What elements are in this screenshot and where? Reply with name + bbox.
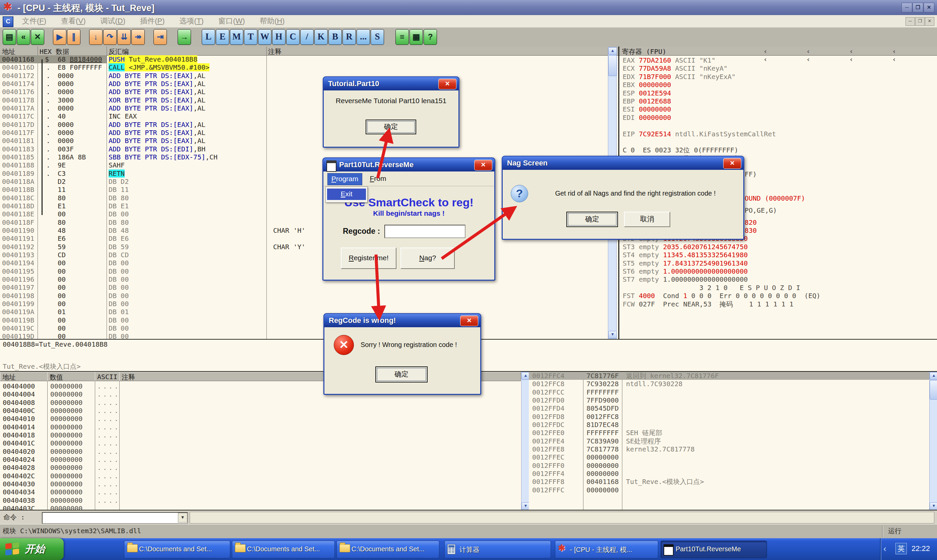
stack-row[interactable]: 0012FFE87C817778kernel32.7C817778 [529, 445, 929, 453]
disasm-row[interactable]: 0040117F.0000ADD BYTE PTR DS:[EAX],AL [0, 129, 618, 137]
dump-row[interactable]: 0040401400000000.... [0, 423, 521, 431]
taskbar-item[interactable]: 计算器 [444, 541, 551, 558]
run-trace-button[interactable]: ... [357, 29, 370, 45]
register-line[interactable]: FST 4000 Cond 1 0 0 0 Err 0 0 0 0 0 0 0 … [623, 292, 820, 300]
disasm-row[interactable]: 00401168$68 B8184000PUSH Tut_Reve.004018… [0, 55, 618, 63]
ok-button[interactable]: 确定 [375, 366, 428, 383]
tray-chevron-icon[interactable]: ‹ [883, 544, 886, 554]
disasm-row[interactable]: 00401176.0000ADD BYTE PTR DS:[EAX],AL [0, 88, 618, 96]
register-line[interactable]: EIP 7C92E514 ntdll.KiFastSystemCallRet [623, 130, 776, 138]
menu-item-f[interactable]: 文件(F) [22, 15, 46, 27]
mdi-restore-button[interactable]: ❐ [915, 17, 925, 26]
disasm-row[interactable]: 0040119B00DB 00 [0, 316, 618, 324]
register-line[interactable]: ESP 0012E594 [623, 89, 671, 97]
register-line[interactable]: C 0 ES 0023 32位 0(FFFFFFFF) [623, 146, 738, 154]
menu-item-p[interactable]: 插件(P) [140, 15, 165, 27]
disasm-row[interactable]: 00401183.003FADD BYTE PTR DS:[EDI],BH [0, 145, 618, 153]
register-line[interactable]: ESI 00000000 [623, 105, 671, 113]
taskbar-item[interactable]: Part10Tut.ReverseMe [661, 541, 767, 558]
disasm-row[interactable]: 00401172.0000ADD BYTE PTR DS:[EAX],AL [0, 72, 618, 80]
stack-row[interactable]: 0012FFF800401168Tut_Reve.<模块入口点> [529, 478, 929, 486]
dump-row[interactable]: 0040401000000000.... [0, 415, 521, 423]
register-line[interactable]: ST5 empty 17.843137254901961340 [623, 259, 747, 267]
regcode-input[interactable] [384, 225, 465, 238]
disasm-row[interactable]: 0040119500DB 00 [0, 267, 618, 275]
mdi-close-button[interactable]: ✕ [925, 17, 934, 26]
ok-button[interactable]: 确定 [566, 212, 618, 227]
stack-row[interactable]: 0012FFFC00000000 [529, 486, 929, 494]
taskbar-item[interactable]: ✱- [CPU - 主线程, 模... [555, 541, 658, 558]
disasm-row[interactable]: 0040119C00DB 00 [0, 324, 618, 332]
close-program-button[interactable]: ✕ [31, 29, 44, 45]
disasm-row[interactable]: 0040119400DB 00 [0, 259, 618, 267]
restart-button[interactable]: « [17, 29, 30, 45]
dump-row[interactable]: 0040401C00000000.... [0, 439, 521, 447]
close-icon[interactable]: ✕ [723, 158, 741, 169]
scroll-down-arrow[interactable]: ▼ [608, 331, 617, 338]
disasm-row[interactable]: 0040117C.40INC EAX [0, 112, 618, 120]
memory-map-button[interactable]: M [230, 29, 243, 45]
dump-row[interactable]: 0040402400000000.... [0, 455, 521, 463]
source-button[interactable]: S [371, 29, 384, 45]
stack-pane[interactable]: 0012FFC47C81776F返回到 kernel32.7C81776F001… [529, 372, 929, 510]
dump-row[interactable]: 0040402000000000.... [0, 448, 521, 455]
references-button[interactable]: R [342, 29, 356, 45]
stack-row[interactable]: 0012FFEC00000000 [529, 453, 929, 461]
minimize-button[interactable]: ─ [902, 3, 912, 12]
stack-scrollbar[interactable]: ▲ ▼ [929, 372, 937, 511]
register-line[interactable]: EDI 00000000 [623, 114, 671, 122]
dump-column-header[interactable]: ASCII [95, 372, 120, 381]
scroll-up-arrow[interactable]: ▲ [929, 372, 937, 380]
close-icon[interactable]: ✕ [438, 79, 456, 89]
dump-row[interactable]: 0040403000000000.... [0, 480, 521, 488]
disasm-row[interactable]: 00401178.3000XOR BYTE PTR DS:[EAX],AL [0, 96, 618, 104]
stack-row[interactable]: 0012FFD80012FFC8 [529, 412, 929, 421]
disasm-row[interactable]: 0040117A.0000ADD BYTE PTR DS:[EAX],AL [0, 104, 618, 112]
scroll-down-arrow[interactable]: ▼ [929, 502, 937, 510]
dump-row[interactable]: 0040402800000000.... [0, 463, 521, 472]
run-button[interactable]: ▶ [53, 29, 66, 45]
log-options-button[interactable]: ≡ [395, 29, 409, 45]
scroll-thumb[interactable] [929, 380, 937, 400]
disasm-row[interactable]: 0040119A01DB 01 [0, 308, 618, 316]
handles-button[interactable]: H [272, 29, 285, 45]
register-line[interactable]: ST3 empty 2035.6020761245674750 [623, 243, 747, 251]
menu-item-v[interactable]: 查看(V) [61, 15, 85, 27]
menu-item-d[interactable]: 调试(D) [100, 15, 125, 27]
stack-row[interactable]: 0012FFDC81D7EC48 [529, 421, 929, 429]
patches-button[interactable]: / [300, 29, 314, 45]
nag-button[interactable]: Nag? [401, 248, 455, 269]
nag-dialog-titlebar[interactable]: Nag Screen ✕ [502, 156, 744, 170]
wrong-dialog-titlebar[interactable]: RegCode is wrong! ✕ [324, 314, 481, 327]
register-line[interactable]: ECX 77DA59A8 ASCII "nKeyA" [623, 64, 727, 72]
dump-column-header[interactable]: 地址 [0, 372, 48, 381]
scroll-thumb[interactable] [608, 55, 617, 76]
dump-row[interactable]: 0040403C00000000.... [0, 505, 521, 510]
disasm-row[interactable]: 00401181.0000ADD BYTE PTR DS:[EAX],AL [0, 137, 618, 145]
stack-row[interactable]: 0012FFC87C930228ntdll.7C930228 [529, 380, 929, 388]
executable-modules-button[interactable]: E [216, 29, 229, 45]
trace-into-button[interactable]: ⇊ [117, 29, 131, 45]
dump-row[interactable]: 0040400800000000.... [0, 398, 521, 406]
register-line[interactable]: FCW 027F Prec NEAR,53 掩码 1 1 1 1 1 1 [623, 300, 794, 308]
trace-over-button[interactable]: ↠ [131, 29, 145, 45]
register-line[interactable]: EAX 77DA2160 ASCII "K1" [623, 56, 715, 64]
stack-row[interactable]: 0012FFC47C81776F返回到 kernel32.7C81776F [529, 372, 929, 380]
register-line[interactable]: 3 2 1 0 E S P U O Z D I [623, 284, 800, 292]
disasm-row[interactable]: 0040119259DB 59CHAR 'Y' [0, 243, 618, 251]
chevron-down-icon[interactable]: ▼ [178, 513, 187, 523]
dump-column-header[interactable]: 数值 [47, 372, 95, 381]
cancel-button[interactable]: 取消 [624, 212, 670, 227]
dump-row[interactable]: 0040403800000000.... [0, 496, 521, 505]
disasm-row[interactable]: 00401193CDDB CD [0, 251, 618, 259]
open-file-button[interactable]: ▤ [3, 29, 16, 45]
menu-item-t[interactable]: 选项(T) [179, 15, 203, 27]
disasm-row[interactable]: 0040119900DB 00 [0, 300, 618, 308]
register-line[interactable]: ST6 empty 1.0000000000000000000 [623, 267, 747, 275]
menu-from[interactable]: From [368, 173, 388, 185]
stack-row[interactable]: 0012FFE47C839A90SE处理程序 [529, 437, 929, 445]
call-stack-button[interactable]: K [314, 29, 328, 45]
breakpoints-button[interactable]: B [328, 29, 342, 45]
mdi-minimize-button[interactable]: ─ [906, 17, 915, 26]
disasm-row[interactable]: 0040117D.0000ADD BYTE PTR DS:[EAX],AL [0, 121, 618, 129]
